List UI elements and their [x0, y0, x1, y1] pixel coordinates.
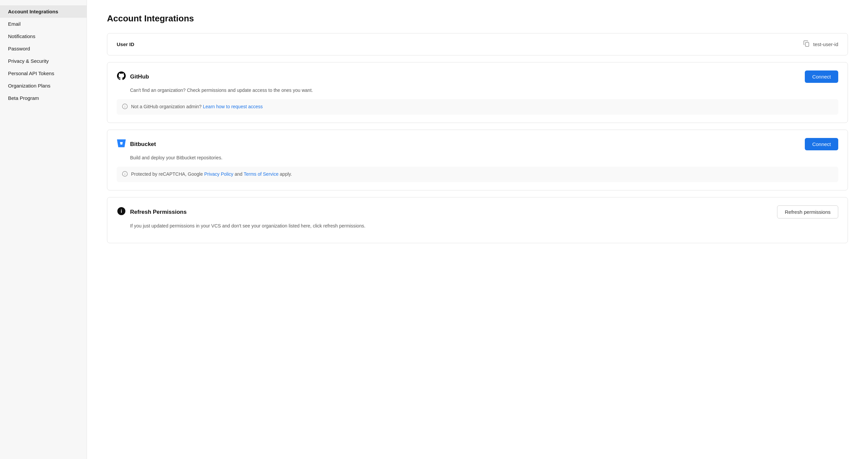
- user-id-card: User ID test-user-id: [107, 33, 848, 56]
- refresh-permissions-card: i Refresh Permissions Refresh permission…: [107, 197, 848, 243]
- bitbucket-title: Bitbucket: [130, 141, 156, 147]
- github-description: Can't find an organization? Check permis…: [117, 87, 838, 94]
- bitbucket-info-text: Protected by reCAPTCHA, Google Privacy P…: [131, 171, 292, 178]
- sidebar-item-account-integrations[interactable]: Account Integrations: [0, 5, 87, 18]
- sidebar-item-beta-program[interactable]: Beta Program: [0, 92, 87, 104]
- bitbucket-title-row: Bitbucket: [117, 139, 156, 150]
- refresh-permissions-button[interactable]: Refresh permissions: [777, 205, 838, 219]
- sidebar-item-email[interactable]: Email: [0, 18, 87, 30]
- github-info-text: Not a GitHub organization admin? Learn h…: [131, 103, 263, 110]
- bitbucket-connect-button[interactable]: Connect: [805, 138, 838, 150]
- bitbucket-tos-link[interactable]: Terms of Service: [244, 171, 279, 177]
- github-info-icon: i: [122, 104, 128, 110]
- sidebar-label-notifications: Notifications: [8, 33, 35, 39]
- refresh-title: Refresh Permissions: [130, 209, 187, 216]
- user-id-label: User ID: [117, 41, 134, 47]
- sidebar-label-personal-api-tokens: Personal API Tokens: [8, 70, 54, 76]
- refresh-icon: i: [117, 207, 126, 218]
- sidebar-label-organization-plans: Organization Plans: [8, 83, 51, 89]
- copy-icon[interactable]: [803, 40, 810, 48]
- github-title-row: GitHub: [117, 71, 149, 82]
- github-icon: [117, 71, 126, 82]
- user-id-value-row: test-user-id: [803, 40, 838, 48]
- bitbucket-privacy-link[interactable]: Privacy Policy: [204, 171, 234, 177]
- github-connect-button[interactable]: Connect: [805, 70, 838, 83]
- github-learn-link[interactable]: Learn how to request access: [203, 104, 263, 109]
- bitbucket-info-row: i Protected by reCAPTCHA, Google Privacy…: [117, 167, 838, 182]
- bitbucket-card: Bitbucket Connect Build and deploy your …: [107, 130, 848, 190]
- sidebar-item-password[interactable]: Password: [0, 42, 87, 55]
- sidebar-label-email: Email: [8, 21, 21, 27]
- sidebar-label-password: Password: [8, 46, 30, 52]
- sidebar-item-organization-plans[interactable]: Organization Plans: [0, 79, 87, 92]
- sidebar-label-account-integrations: Account Integrations: [8, 9, 58, 14]
- svg-text:i: i: [121, 208, 122, 214]
- bitbucket-info-icon: i: [122, 171, 128, 178]
- svg-rect-0: [805, 42, 809, 46]
- bitbucket-description: Build and deploy your Bitbucket reposito…: [117, 154, 838, 161]
- main-content: Account Integrations User ID test-user-i…: [87, 0, 868, 459]
- page-title: Account Integrations: [107, 13, 848, 24]
- sidebar-item-notifications[interactable]: Notifications: [0, 30, 87, 42]
- sidebar-label-privacy-security: Privacy & Security: [8, 58, 49, 64]
- user-id-value: test-user-id: [813, 41, 838, 47]
- github-title: GitHub: [130, 73, 149, 80]
- svg-text:i: i: [124, 105, 125, 108]
- sidebar-label-beta-program: Beta Program: [8, 95, 39, 101]
- github-info-row: i Not a GitHub organization admin? Learn…: [117, 99, 838, 114]
- refresh-title-row: i Refresh Permissions: [117, 207, 187, 218]
- sidebar-item-privacy-security[interactable]: Privacy & Security: [0, 55, 87, 67]
- refresh-description: If you just updated permissions in your …: [117, 223, 838, 230]
- sidebar: Account Integrations Email Notifications…: [0, 0, 87, 459]
- github-card: GitHub Connect Can't find an organizatio…: [107, 62, 848, 123]
- sidebar-item-personal-api-tokens[interactable]: Personal API Tokens: [0, 67, 87, 79]
- bitbucket-icon: [117, 139, 126, 150]
- svg-text:i: i: [124, 172, 125, 176]
